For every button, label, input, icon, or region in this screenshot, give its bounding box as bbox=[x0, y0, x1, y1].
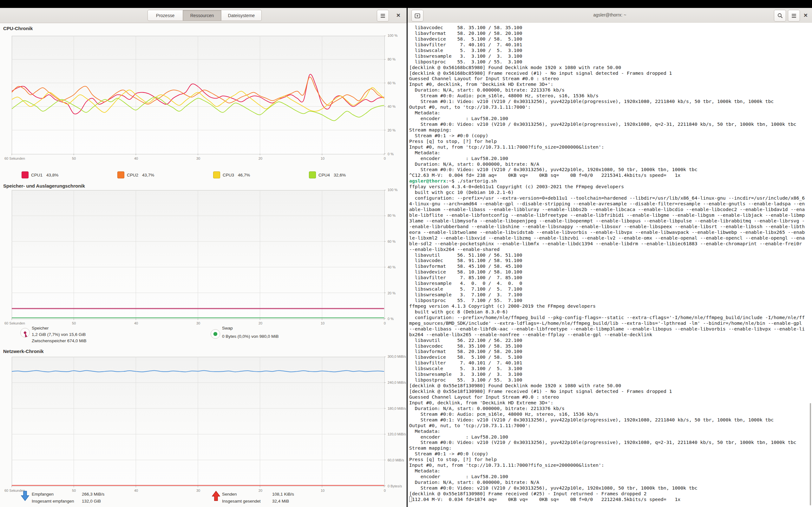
terminal-line: Stream #0:1 -> #0:0 (copy) bbox=[409, 451, 810, 457]
terminal-line: 3lame --enable-libmysofa --enable-libope… bbox=[409, 218, 810, 224]
terminal-line: encoder : Lavf58.20.100 bbox=[409, 116, 810, 121]
network-section-title: Netzwerk-Chronik bbox=[3, 349, 44, 354]
monitor-tab-group: ProzesseRessourcenDateisysteme bbox=[148, 10, 262, 21]
cpu-y-label: 40 % bbox=[388, 105, 396, 108]
cpu-y-label: 100 % bbox=[388, 34, 397, 38]
terminal-line: libswresample 3. 7.100 / 3. 7.100 bbox=[409, 292, 810, 297]
cpu-y-label: 20 % bbox=[388, 128, 396, 132]
net-y-label: 120,0 MiB/s bbox=[388, 432, 406, 436]
terminal-line: [decklink @ 0x55e18f130980] Frame receiv… bbox=[409, 389, 810, 394]
memory-section-title: Speicher- und Auslagerungschronik bbox=[3, 183, 85, 188]
cpu-legend-name: CPU2 bbox=[127, 173, 138, 177]
cpu-legend-item-cpu2[interactable]: CPU243,7% bbox=[117, 171, 154, 178]
cpu-legend-name: CPU3 bbox=[223, 173, 234, 177]
cpu-legend-name: CPU4 bbox=[318, 173, 330, 177]
terminal-title: agsler@thorrx: ~ bbox=[408, 12, 812, 17]
terminal-line: encoder : Lavf58.20.100 bbox=[409, 434, 810, 440]
terminal-line: Duration: N/A, start: 0.000000, bitrate:… bbox=[409, 87, 810, 93]
terminal-line: libavfilter 7. 85.100 / 7. 85.100 bbox=[409, 275, 810, 280]
terminal-search-button[interactable] bbox=[774, 10, 786, 21]
cpu-x-label: 20 bbox=[258, 157, 262, 160]
terminal-line: le-libxml2 --enable-libxvid --enable-lib… bbox=[409, 235, 810, 241]
terminal-line: Guessed Channel Layout for Input Stream … bbox=[409, 394, 810, 400]
cpu-x-label: 40 bbox=[134, 157, 138, 160]
mem-y-label: 40 % bbox=[388, 265, 396, 269]
search-icon bbox=[777, 13, 783, 18]
hamburger-icon bbox=[792, 13, 796, 19]
terminal-line: built with gcc 8 (Debian 8.3.0-6) bbox=[409, 309, 810, 315]
terminal-scrollbar[interactable] bbox=[810, 403, 811, 505]
terminal-line: libswscale 5. 3.100 / 5. 3.100 bbox=[409, 48, 810, 53]
terminal-line: 112.04 M-V: 0.034 fd=1874 aq= 0KB vq= 0K… bbox=[409, 497, 810, 502]
terminal-line: libpostproc 55. 7.100 / 55. 7.100 bbox=[409, 297, 810, 303]
network-send-total-label: Insgesamt gesendet bbox=[222, 499, 261, 504]
terminal-menu-button[interactable] bbox=[788, 10, 800, 21]
mem-y-label: 80 % bbox=[388, 214, 396, 217]
mem-y-label: 20 % bbox=[388, 291, 396, 295]
tab-ressourcen[interactable]: Ressourcen bbox=[183, 10, 221, 21]
terminal-prompt: agsler@thorrx bbox=[409, 178, 446, 183]
terminal-line: Input #0, nut, from 'tcp://10.73.1.11:70… bbox=[409, 462, 810, 468]
terminal-line: [decklink @ 0x56168bc85980] Frame receiv… bbox=[409, 70, 810, 76]
net-y-label: 300,0 MiB/s bbox=[388, 354, 406, 358]
memory-history-chart bbox=[12, 190, 385, 319]
net-x-label: 40 bbox=[134, 489, 138, 493]
terminal-line: eora --enable-libtwolame --enable-libvid… bbox=[409, 229, 810, 235]
cpu-color-swatch bbox=[309, 171, 316, 178]
tab-prozesse[interactable]: Prozesse bbox=[148, 10, 183, 21]
memory-legend-usage: 1,2 GiB (7,7%) von 15,6 GiB bbox=[32, 332, 86, 337]
terminal-line: [decklink @ 0x56168bc85980] Found Deckli… bbox=[409, 65, 810, 70]
terminal-line: libavfilter 7. 40.101 / 7. 40.101 bbox=[409, 42, 810, 48]
terminal-line: Stream #0:1 -> #0:0 (copy) bbox=[409, 133, 810, 138]
network-receive-rate: 266,3 MiB/s bbox=[82, 492, 104, 497]
network-receive-total-label: Insgesamt empfangen bbox=[32, 499, 74, 504]
terminal-line: libavcodec 58. 35.100 / 58. 35.100 bbox=[409, 25, 810, 31]
net-y-label: 240,0 MiB/s bbox=[388, 381, 406, 384]
monitor-close-button[interactable]: × bbox=[395, 12, 402, 19]
terminal-output[interactable]: libavcodec 58. 35.100 / 58. 35.100 libav… bbox=[408, 23, 812, 507]
terminal-line: ffplay version 4.3.4-0+deb11u1 Copyright… bbox=[409, 184, 810, 189]
terminal-line: libswscale 5. 3.100 / 5. 3.100 bbox=[409, 366, 810, 372]
cpu-x-label: 10 bbox=[321, 157, 324, 160]
terminal-line: bx264 --enable-libx265 --enable-nonfree … bbox=[409, 332, 810, 337]
mem-x-label: 60 Sekunden bbox=[4, 321, 25, 325]
terminal-line: mpeg_sources/BMD_SDK/include' --extra-ld… bbox=[409, 320, 810, 326]
cpu-legend-value: 46,7% bbox=[238, 173, 250, 177]
terminal-line: --enable-libx264 --enable-shared bbox=[409, 246, 810, 252]
network-history-chart bbox=[12, 357, 385, 487]
terminal-line: -enable-librubberband --enable-libshine … bbox=[409, 224, 810, 229]
cpu-legend-value: 43,7% bbox=[142, 173, 154, 177]
hamburger-icon bbox=[380, 13, 385, 19]
cpu-legend-item-cpu1[interactable]: CPU143,8% bbox=[21, 171, 58, 178]
network-receive-label: Empfangen bbox=[32, 492, 54, 497]
network-send-rate: 108,1 KiB/s bbox=[272, 492, 294, 497]
terminal-line: Input #0, decklink, from 'DeckLink HD Ex… bbox=[409, 400, 810, 406]
mem-x-label: 30 bbox=[196, 321, 200, 325]
terminal-line: libavdevice 58. 5.100 / 58. 5.100 bbox=[409, 354, 810, 360]
cpu-legend-item-cpu3[interactable]: CPU346,7% bbox=[213, 171, 250, 178]
terminal-titlebar[interactable]: agsler@thorrx: ~ × bbox=[408, 8, 812, 23]
cpu-color-swatch bbox=[21, 171, 29, 178]
terminal-line: Output #0, nut, to 'tcp://10.73.1.11:700… bbox=[409, 423, 810, 429]
terminal-line: Guessed Channel Layout for Input Stream … bbox=[409, 76, 810, 81]
terminal-close-button[interactable]: × bbox=[802, 12, 809, 19]
cpu-history-chart bbox=[12, 36, 385, 154]
tab-dateisysteme[interactable]: Dateisysteme bbox=[221, 10, 262, 21]
monitor-menu-button[interactable] bbox=[377, 10, 389, 21]
cpu-legend-name: CPU1 bbox=[31, 173, 43, 177]
mem-x-label: 0 bbox=[384, 321, 386, 325]
net-x-label: 50 bbox=[72, 489, 76, 493]
terminal-line: 4-linux-gnu --arch=amd64 --enable-gpl --… bbox=[409, 201, 810, 207]
terminal-line: Stream #0:0: Video: v210 (V210 / 0x30313… bbox=[409, 121, 810, 127]
cpu-legend-item-cpu4[interactable]: CPU432,6% bbox=[309, 171, 346, 178]
terminal-line: --enable-libass --enable-libfdk-aac --en… bbox=[409, 326, 810, 332]
terminal-line: able-libaom --enable-libass --enable-lib… bbox=[409, 207, 810, 212]
monitor-titlebar[interactable]: ProzesseRessourcenDateisysteme × bbox=[0, 8, 407, 23]
network-receive-total: 132,0 GiB bbox=[82, 499, 101, 504]
cpu-x-label: 30 bbox=[196, 157, 200, 160]
download-arrow-icon bbox=[21, 491, 29, 502]
terminal-line: Duration: N/A, start: 0.000000, bitrate:… bbox=[409, 161, 810, 167]
terminal-line: Metadata: bbox=[409, 429, 810, 434]
terminal-line: [decklink @ 0x55e18f130980] Found Deckli… bbox=[409, 383, 810, 389]
cpu-x-label: 0 bbox=[384, 157, 386, 160]
